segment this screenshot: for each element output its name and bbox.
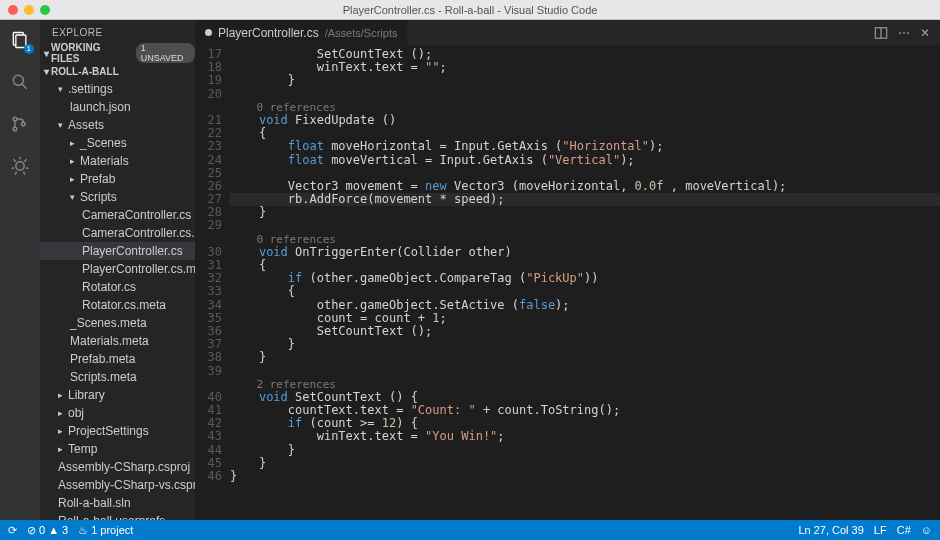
editor-group: PlayerController.cs /Assets/Scripts ⋯ ✕ … [195, 20, 940, 520]
file-assembly-csharp-vs-csproj[interactable]: Assembly-CSharp-vs.csproj [40, 476, 195, 494]
folder-obj[interactable]: obj [40, 404, 195, 422]
tab-playercontroller[interactable]: PlayerController.cs /Assets/Scripts [195, 20, 407, 45]
svg-line-11 [12, 168, 14, 169]
svg-line-14 [23, 172, 25, 175]
file-roll-a-ball-userprefs[interactable]: Roll-a-ball.userprefs [40, 512, 195, 520]
code-editor[interactable]: 1718192021222324252627282930313233343536… [195, 46, 940, 520]
status-feedback[interactable]: ☺ [921, 524, 932, 536]
project-label: ROLL-A-BALL [51, 66, 119, 77]
folder-assets[interactable]: Assets [40, 116, 195, 134]
error-count: 0 [39, 524, 45, 536]
svg-line-12 [26, 168, 29, 169]
sync-icon: ⟳ [8, 524, 17, 537]
folder-projectsettings[interactable]: ProjectSettings [40, 422, 195, 440]
dirty-indicator-icon [205, 29, 212, 36]
folder-prefab[interactable]: Prefab [40, 170, 195, 188]
sidebar-title: EXPLORE [40, 20, 195, 44]
tab-filename: PlayerController.cs [218, 26, 319, 40]
folder-materials[interactable]: Materials [40, 152, 195, 170]
status-omnisharp[interactable]: ♨ 1 project [78, 524, 133, 537]
svg-point-2 [13, 75, 23, 85]
svg-line-10 [24, 159, 26, 162]
window-controls [0, 5, 50, 15]
file-materials-meta[interactable]: Materials.meta [40, 332, 195, 350]
svg-line-13 [15, 172, 17, 175]
svg-point-6 [22, 122, 26, 126]
minimize-icon[interactable] [24, 5, 34, 15]
folder-scripts[interactable]: Scripts [40, 188, 195, 206]
status-eol[interactable]: LF [874, 524, 887, 536]
explorer-icon[interactable]: 1 [8, 28, 32, 52]
close-icon[interactable] [8, 5, 18, 15]
git-icon[interactable] [8, 112, 32, 136]
project-count: 1 project [91, 524, 133, 536]
file-cameracontroller-cs-meta[interactable]: CameraController.cs.meta [40, 224, 195, 242]
project-header[interactable]: ▾ ROLL-A-BALL [40, 62, 195, 80]
svg-point-5 [13, 127, 17, 131]
editor-actions: ⋯ ✕ [874, 26, 940, 40]
close-editor-icon[interactable]: ✕ [920, 26, 930, 40]
activity-bar: 1 [0, 20, 40, 520]
status-lang[interactable]: C# [897, 524, 911, 536]
working-files-label: WORKING FILES [51, 42, 130, 64]
status-cursor-pos[interactable]: Ln 27, Col 39 [798, 524, 863, 536]
explorer-badge: 1 [24, 44, 34, 54]
file-playercontroller-cs[interactable]: PlayerController.cs [40, 242, 195, 260]
file--scenes-meta[interactable]: _Scenes.meta [40, 314, 195, 332]
svg-point-7 [16, 162, 24, 170]
window-title: PlayerController.cs - Roll-a-ball - Visu… [0, 4, 940, 16]
warning-count: 3 [62, 524, 68, 536]
working-files-header[interactable]: ▾ WORKING FILES 1 UNSAVED [40, 44, 195, 62]
file-roll-a-ball-sln[interactable]: Roll-a-ball.sln [40, 494, 195, 512]
unsaved-badge: 1 UNSAVED [136, 43, 195, 63]
file-rotator-cs[interactable]: Rotator.cs [40, 278, 195, 296]
titlebar: PlayerController.cs - Roll-a-ball - Visu… [0, 0, 940, 20]
svg-line-9 [13, 159, 16, 162]
line-gutter: 1718192021222324252627282930313233343536… [195, 46, 230, 520]
file-tree: .settingslaunch.jsonAssets_ScenesMateria… [40, 80, 195, 520]
sidebar: EXPLORE ▾ WORKING FILES 1 UNSAVED ▾ ROLL… [40, 20, 195, 520]
search-icon[interactable] [8, 70, 32, 94]
file-launch-json[interactable]: launch.json [40, 98, 195, 116]
warning-icon: ▲ [48, 524, 59, 536]
file-cameracontroller-cs[interactable]: CameraController.cs [40, 206, 195, 224]
file-prefab-meta[interactable]: Prefab.meta [40, 350, 195, 368]
maximize-icon[interactable] [40, 5, 50, 15]
folder--scenes[interactable]: _Scenes [40, 134, 195, 152]
error-icon: ⊘ [27, 524, 36, 537]
debug-icon[interactable] [8, 154, 32, 178]
file-rotator-cs-meta[interactable]: Rotator.cs.meta [40, 296, 195, 314]
code-content[interactable]: SetCountText (); winText.text = ""; } 0 … [230, 46, 940, 520]
folder-temp[interactable]: Temp [40, 440, 195, 458]
status-sync[interactable]: ⟳ [8, 524, 17, 537]
file-scripts-meta[interactable]: Scripts.meta [40, 368, 195, 386]
file-assembly-csharp-csproj[interactable]: Assembly-CSharp.csproj [40, 458, 195, 476]
tab-path: /Assets/Scripts [325, 27, 398, 39]
status-errors[interactable]: ⊘ 0 ▲ 3 [27, 524, 68, 537]
tab-bar: PlayerController.cs /Assets/Scripts ⋯ ✕ [195, 20, 940, 46]
more-icon[interactable]: ⋯ [898, 26, 910, 40]
folder--settings[interactable]: .settings [40, 80, 195, 98]
folder-library[interactable]: Library [40, 386, 195, 404]
svg-line-3 [22, 84, 27, 89]
svg-point-4 [13, 117, 17, 121]
file-playercontroller-cs-meta[interactable]: PlayerController.cs.meta [40, 260, 195, 278]
split-editor-icon[interactable] [874, 26, 888, 40]
status-bar: ⟳ ⊘ 0 ▲ 3 ♨ 1 project Ln 27, Col 39 LF C… [0, 520, 940, 540]
smiley-icon: ☺ [921, 524, 932, 536]
flame-icon: ♨ [78, 524, 88, 537]
